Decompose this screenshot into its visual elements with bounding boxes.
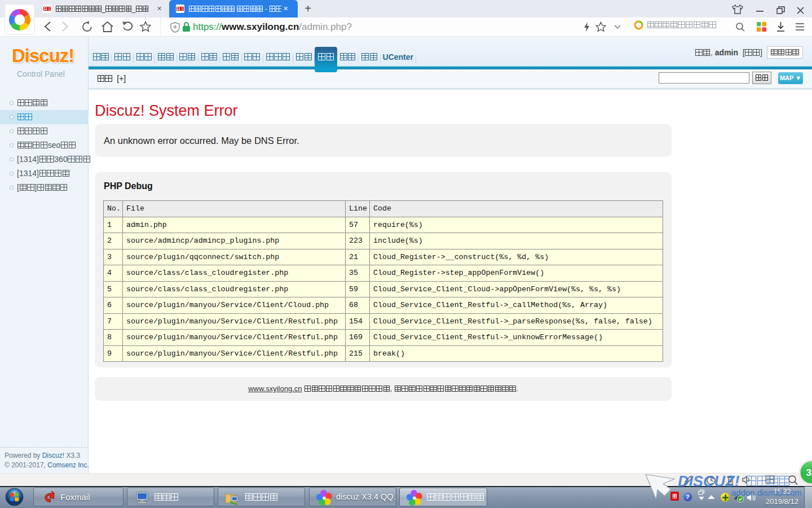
- svg-text:32: 32: [806, 467, 812, 478]
